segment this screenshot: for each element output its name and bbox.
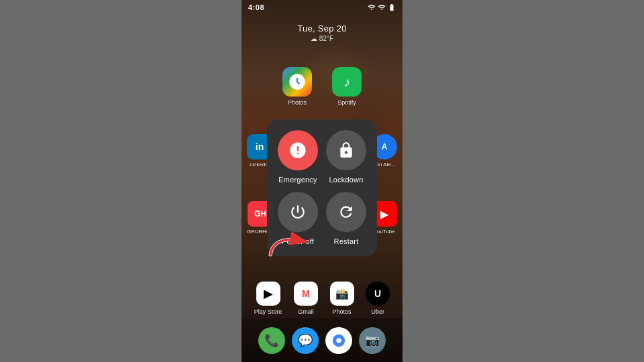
playstore-label: Play Store bbox=[254, 308, 282, 315]
right-panel bbox=[402, 0, 644, 362]
screen-layout: 4:08 Tue, Sep 20 ☁ 82°F Photos bbox=[0, 0, 644, 362]
lockdown-button[interactable]: Lockdown bbox=[326, 130, 366, 184]
lockdown-label: Lockdown bbox=[329, 176, 363, 184]
emergency-button[interactable]: Emergency bbox=[278, 130, 318, 184]
photos2-label: Photos bbox=[333, 308, 352, 315]
gmail-icon: M bbox=[294, 282, 318, 306]
phone-screen: 4:08 Tue, Sep 20 ☁ 82°F Photos bbox=[241, 0, 402, 362]
lockdown-icon bbox=[337, 141, 355, 159]
uber-label: Uber bbox=[371, 308, 384, 315]
gmail-app[interactable]: M Gmail bbox=[294, 282, 318, 315]
spotify-icon: ♪ bbox=[332, 67, 362, 97]
emergency-circle bbox=[278, 130, 318, 170]
uber-app[interactable]: U Uber bbox=[366, 282, 390, 315]
spotify-label: Spotify bbox=[337, 99, 356, 106]
emergency-label: Emergency bbox=[278, 176, 317, 184]
dock: 📞 💬 📷 bbox=[241, 318, 402, 362]
status-bar: 4:08 bbox=[241, 0, 402, 15]
poweroff-icon bbox=[289, 203, 307, 221]
spotify-app[interactable]: ♪ Spotify bbox=[332, 67, 362, 106]
restart-circle bbox=[326, 192, 366, 232]
restart-button[interactable]: Restart bbox=[326, 192, 366, 245]
svg-point-1 bbox=[336, 338, 341, 343]
date-display: Tue, Sep 20 bbox=[241, 23, 402, 34]
bottom-app-row: ▶ Play Store M Gmail 📸 Photos U Uber bbox=[241, 282, 402, 315]
arrow-annotation bbox=[267, 221, 321, 264]
signal-icon bbox=[368, 3, 376, 11]
chrome-svg bbox=[331, 333, 346, 348]
photos2-icon: 📸 bbox=[330, 282, 354, 306]
messages-dock-icon[interactable]: 💬 bbox=[292, 327, 319, 354]
photos-label: Photos bbox=[288, 99, 307, 106]
status-time: 4:08 bbox=[248, 3, 264, 11]
restart-icon bbox=[337, 203, 355, 221]
emergency-icon bbox=[288, 141, 307, 160]
photos-app[interactable]: Photos bbox=[282, 67, 312, 106]
camera-dock-icon[interactable]: 📷 bbox=[359, 327, 386, 354]
playstore-icon: ▶ bbox=[256, 282, 280, 306]
playstore-app[interactable]: ▶ Play Store bbox=[254, 282, 282, 315]
chrome-dock-icon[interactable] bbox=[325, 327, 352, 354]
restart-label: Restart bbox=[334, 237, 359, 245]
date-weather: Tue, Sep 20 ☁ 82°F bbox=[241, 23, 402, 42]
lockdown-circle bbox=[326, 130, 366, 170]
photos-icon bbox=[282, 67, 312, 97]
arrow-svg bbox=[267, 221, 321, 261]
gmail-label: Gmail bbox=[298, 308, 314, 315]
status-icons bbox=[368, 3, 396, 11]
photos2-app[interactable]: 📸 Photos bbox=[330, 282, 354, 315]
uber-icon: U bbox=[366, 282, 390, 306]
wifi-icon bbox=[378, 3, 386, 11]
left-panel bbox=[0, 0, 241, 362]
photos-svg bbox=[288, 72, 307, 91]
top-app-row: Photos ♪ Spotify bbox=[241, 67, 402, 106]
weather-display: ☁ 82°F bbox=[241, 35, 402, 42]
phone-dock-icon[interactable]: 📞 bbox=[258, 327, 285, 354]
battery-icon bbox=[388, 3, 396, 11]
